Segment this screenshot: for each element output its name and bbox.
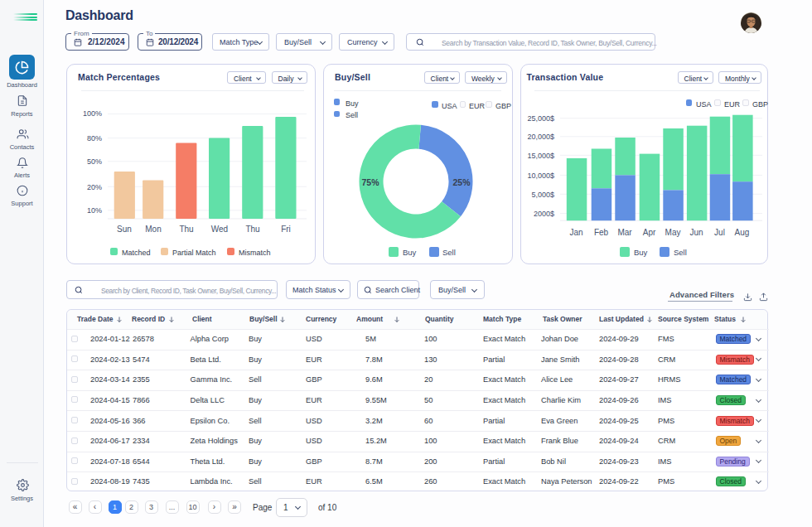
svg-text:75%: 75% xyxy=(361,177,379,187)
svg-text:25%: 25% xyxy=(452,177,471,187)
